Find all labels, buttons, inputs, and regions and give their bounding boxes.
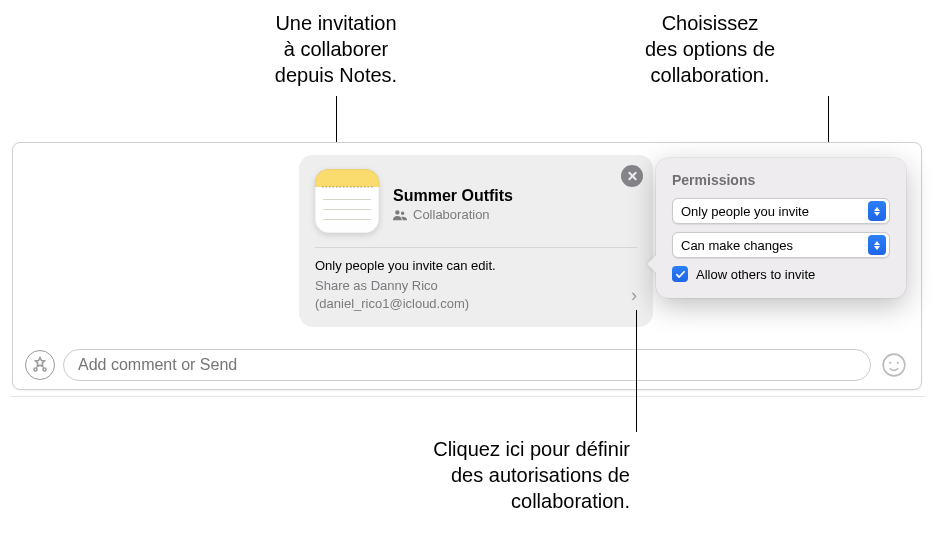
callout-invitation: Une invitation à collaborer depuis Notes…: [226, 10, 446, 88]
compose-input-row: [25, 349, 909, 381]
share-as-text: Share as Danny Rico (daniel_rico1@icloud…: [315, 277, 469, 313]
apps-button[interactable]: [25, 350, 55, 380]
svg-point-3: [889, 362, 891, 364]
card-title-group: Summer Outfits Collaboration: [393, 181, 637, 222]
close-icon[interactable]: [621, 165, 643, 187]
permissions-popover: Permissions Only people you invite Can m…: [656, 158, 906, 298]
allow-others-label: Allow others to invite: [696, 267, 815, 282]
card-header: Summer Outfits Collaboration: [315, 169, 637, 247]
notes-app-icon: [315, 169, 379, 233]
note-title: Summer Outfits: [393, 187, 637, 205]
card-subtitle: Collaboration: [393, 207, 637, 222]
checkbox-checked-icon: [672, 266, 688, 282]
allow-others-checkbox-row[interactable]: Allow others to invite: [672, 266, 890, 282]
callout-line: [636, 310, 637, 432]
svg-point-2: [883, 354, 905, 376]
permission-summary-text: Only people you invite can edit.: [315, 258, 637, 273]
updown-arrows-icon: [868, 201, 886, 221]
chevron-right-icon: ›: [623, 285, 637, 306]
access-level-select[interactable]: Can make changes: [672, 232, 890, 258]
updown-arrows-icon: [868, 235, 886, 255]
callout-click-permissions: Cliquez ici pour définir des autorisatio…: [330, 436, 630, 514]
people-icon: [393, 209, 407, 219]
message-input[interactable]: [63, 349, 871, 381]
divider: [315, 247, 637, 248]
collaboration-label: Collaboration: [413, 207, 490, 222]
svg-point-4: [897, 362, 899, 364]
who-can-access-select[interactable]: Only people you invite: [672, 198, 890, 224]
svg-point-0: [34, 368, 37, 371]
collaboration-invite-card: Summer Outfits Collaboration Only people…: [299, 155, 653, 327]
access-select-value: Can make changes: [681, 238, 868, 253]
svg-point-1: [43, 368, 46, 371]
callout-line: [336, 96, 337, 148]
permissions-title: Permissions: [672, 172, 890, 188]
callout-options: Choisissez des options de collaboration.: [580, 10, 840, 88]
divider: [10, 396, 925, 397]
share-settings-row[interactable]: Share as Danny Rico (daniel_rico1@icloud…: [315, 277, 637, 313]
who-select-value: Only people you invite: [681, 204, 868, 219]
emoji-picker-button[interactable]: [879, 350, 909, 380]
